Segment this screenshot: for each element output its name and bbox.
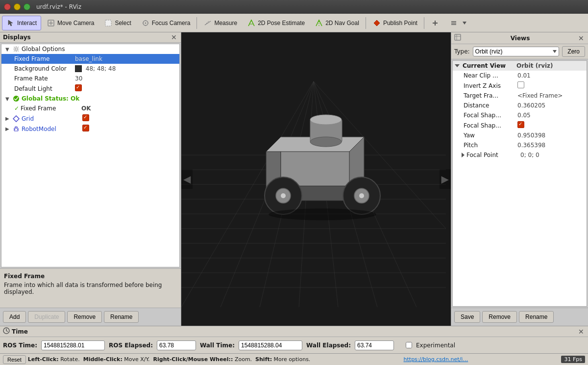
maximize-button[interactable] xyxy=(24,3,30,10)
status-url[interactable]: https://blog.csdn.net/i… xyxy=(404,356,468,363)
current-view-type: Orbit (rviz) xyxy=(516,62,553,69)
views-type-label: Type: xyxy=(454,48,470,55)
views-remove-button[interactable]: Remove xyxy=(482,311,517,323)
bg-color-row[interactable]: Background Color 48; 48; 48 xyxy=(1,64,179,74)
ros-time-input[interactable] xyxy=(41,340,105,350)
pitch-row[interactable]: Pitch 0.365398 xyxy=(453,140,587,150)
invert-z-label: Invert Z Axis xyxy=(464,82,517,89)
focus-camera-button[interactable]: Focus Camera xyxy=(137,16,195,30)
experimental-checkbox[interactable] xyxy=(406,342,412,348)
settings-button[interactable] xyxy=(445,16,473,30)
fps-badge: 31 Fps xyxy=(561,356,585,363)
views-type-row: Type: Orbit (rviz) Zero xyxy=(451,44,588,59)
expand-robot-icon[interactable]: ▶ xyxy=(5,126,12,131)
invert-z-checkbox[interactable] xyxy=(517,81,524,88)
measure-icon xyxy=(203,19,212,27)
2d-pose-label: 2D Pose Estimate xyxy=(258,20,305,26)
ros-time-label: ROS Time: xyxy=(3,342,37,349)
displays-close-button[interactable]: ✕ xyxy=(170,34,178,41)
default-light-checkbox[interactable] xyxy=(75,84,82,91)
views-rename-button[interactable]: Rename xyxy=(519,311,554,323)
grid-checkbox[interactable] xyxy=(82,114,89,121)
fixed-frame-row[interactable]: Fixed Frame base_link xyxy=(1,54,179,64)
duplicate-button[interactable]: Duplicate xyxy=(28,311,65,323)
focal-shape-2-checkbox[interactable] xyxy=(517,121,524,128)
select-button[interactable]: Select xyxy=(99,16,135,30)
displays-tree[interactable]: ▼ Global Options Fixed Frame base_link B… xyxy=(1,44,180,267)
main-content: Displays ✕ ▼ Global Options Fixed Frame … xyxy=(0,32,588,326)
distance-row[interactable]: Distance 0.360205 xyxy=(453,101,587,110)
views-title: Views xyxy=(511,35,530,42)
robot-model-checkbox[interactable] xyxy=(82,125,89,131)
default-light-row[interactable]: Default Light xyxy=(1,83,179,94)
add-button[interactable]: Add xyxy=(3,311,26,323)
expand-global-options-icon[interactable]: ▼ xyxy=(5,47,12,52)
distance-value: 0.360205 xyxy=(517,102,545,109)
yaw-row[interactable]: Yaw 0.950398 xyxy=(453,130,587,140)
focal-shape-2-row[interactable]: Focal Shap… xyxy=(453,120,587,130)
close-button[interactable] xyxy=(4,3,11,10)
2d-nav-button[interactable]: 2D Nav Goal xyxy=(310,16,364,30)
nav-icon xyxy=(315,19,323,27)
current-view-expand[interactable] xyxy=(455,64,460,67)
move-camera-button[interactable]: Move Camera xyxy=(42,16,98,30)
interact-button[interactable]: Interact xyxy=(2,16,41,30)
add-point-button[interactable] xyxy=(426,16,444,30)
svg-point-4 xyxy=(15,48,18,51)
svg-rect-43 xyxy=(455,34,461,40)
2d-pose-button[interactable]: 2D Pose Estimate xyxy=(243,16,309,30)
minimize-button[interactable] xyxy=(14,3,21,10)
color-swatch[interactable] xyxy=(75,65,82,72)
views-type-select[interactable]: Orbit (rviz) xyxy=(473,47,560,56)
current-view-header-row[interactable]: Current View Orbit (rviz) xyxy=(453,61,587,71)
views-tree[interactable]: Current View Orbit (rviz) Near Clip … 0.… xyxy=(452,60,587,307)
rename-button[interactable]: Rename xyxy=(104,311,139,323)
measure-label: Measure xyxy=(214,20,237,26)
views-close-button[interactable]: ✕ xyxy=(577,35,585,42)
fixed-frame-status-row[interactable]: ✓ Fixed Frame OK xyxy=(1,104,179,113)
select-label: Select xyxy=(115,20,131,26)
target-frame-row[interactable]: Target Fra… <Fixed Frame> xyxy=(453,91,587,101)
2d-nav-label: 2D Nav Goal xyxy=(325,20,359,26)
focal-point-row[interactable]: Focal Point 0; 0; 0 xyxy=(453,150,587,160)
interact-label: Interact xyxy=(17,20,37,26)
global-options-label: Global Options xyxy=(22,46,80,52)
global-options-row[interactable]: ▼ Global Options xyxy=(1,44,179,54)
remove-button[interactable]: Remove xyxy=(67,311,102,323)
invert-z-row[interactable]: Invert Z Axis xyxy=(453,80,587,91)
svg-point-3 xyxy=(145,22,146,24)
fixed-frame-label: Fixed Frame xyxy=(14,55,73,62)
viewport-arrow-left[interactable]: ◀ xyxy=(181,169,193,189)
publish-point-button[interactable]: Publish Point xyxy=(368,16,422,30)
global-status-row[interactable]: ▼ Global Status: Ok xyxy=(1,94,179,104)
wall-time-input[interactable] xyxy=(239,340,302,350)
time-close-button[interactable]: ✕ xyxy=(577,328,585,335)
robot-model-row[interactable]: ▶ RobotModel xyxy=(1,124,179,134)
viewport-arrow-right[interactable]: ▶ xyxy=(440,169,451,189)
ros-elapsed-input[interactable] xyxy=(157,340,196,350)
viewport[interactable]: ◀ ▶ xyxy=(181,32,451,326)
wall-elapsed-input[interactable] xyxy=(355,340,394,350)
cursor-icon xyxy=(6,19,15,27)
wall-elapsed-label: Wall Elapsed: xyxy=(306,342,351,349)
titlebar: urdf.rviz* - RViz xyxy=(0,0,588,14)
views-zero-button[interactable]: Zero xyxy=(562,46,585,57)
measure-button[interactable]: Measure xyxy=(199,16,242,30)
help-text: Left-Click: Rotate. Middle-Click: Move X… xyxy=(28,356,311,363)
ros-elapsed-label: ROS Elapsed: xyxy=(109,342,153,349)
toolbar-separator xyxy=(196,17,197,29)
check-icon xyxy=(12,95,20,103)
expand-status-icon[interactable]: ▼ xyxy=(5,96,12,102)
settings-icon xyxy=(449,19,458,27)
focal-shape-1-row[interactable]: Focal Shap… 0.05 xyxy=(453,110,587,120)
focal-point-expand[interactable] xyxy=(462,153,465,157)
expand-grid-icon[interactable]: ▶ xyxy=(5,116,12,121)
reset-button[interactable]: Reset xyxy=(3,355,26,364)
near-clip-row[interactable]: Near Clip … 0.01 xyxy=(453,71,587,80)
focus-camera-label: Focus Camera xyxy=(152,20,191,26)
views-save-button[interactable]: Save xyxy=(454,311,480,323)
ok-check-icon: ✓ xyxy=(14,105,19,112)
global-status-label: Global Status: Ok xyxy=(22,95,80,102)
grid-row[interactable]: ▶ Grid xyxy=(1,113,179,124)
frame-rate-row[interactable]: Frame Rate 30 xyxy=(1,74,179,83)
